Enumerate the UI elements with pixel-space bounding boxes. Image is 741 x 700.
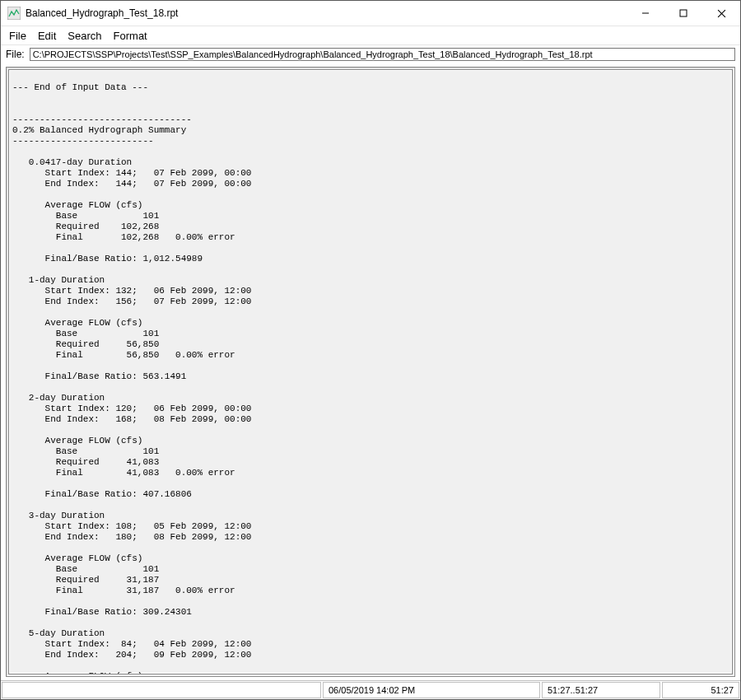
menu-bar: File Edit Search Format xyxy=(1,26,740,45)
editor-frame: --- End of Input Data --- --------------… xyxy=(6,67,735,677)
file-label: File: xyxy=(6,49,25,60)
menu-search[interactable]: Search xyxy=(63,28,106,44)
app-icon xyxy=(7,7,21,20)
editor-scroll[interactable]: --- End of Input Data --- --------------… xyxy=(8,69,733,674)
menu-edit[interactable]: Edit xyxy=(33,28,61,44)
status-bar: 06/05/2019 14:02 PM 51:27..51:27 51:27 xyxy=(1,680,740,699)
window-controls xyxy=(627,1,740,26)
menu-format[interactable]: Format xyxy=(109,28,152,44)
status-cell-1 xyxy=(2,682,321,698)
svg-rect-2 xyxy=(680,10,687,16)
status-cell-range: 51:27..51:27 xyxy=(542,682,660,698)
title-bar: Balanced_Hydrograph_Test_18.rpt xyxy=(1,1,740,26)
window-title: Balanced_Hydrograph_Test_18.rpt xyxy=(26,7,627,19)
status-cell-pos: 51:27 xyxy=(662,682,739,698)
file-path-input[interactable] xyxy=(30,48,735,61)
close-button[interactable] xyxy=(702,1,740,26)
minimize-button[interactable] xyxy=(627,1,664,26)
menu-file[interactable]: File xyxy=(4,28,31,44)
app-window: Balanced_Hydrograph_Test_18.rpt File Edi… xyxy=(0,0,741,700)
maximize-button[interactable] xyxy=(664,1,702,26)
status-cell-datetime: 06/05/2019 14:02 PM xyxy=(323,682,540,698)
report-text[interactable]: --- End of Input Data --- --------------… xyxy=(12,72,729,674)
file-bar: File: xyxy=(1,45,740,63)
